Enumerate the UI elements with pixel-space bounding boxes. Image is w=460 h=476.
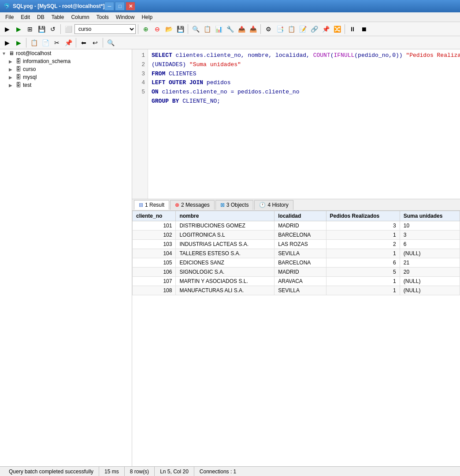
tb-tb2[interactable]: 📊 [213,24,224,34]
menu-file[interactable]: File [2,13,17,21]
execute-green-button[interactable]: ▶ [13,24,24,34]
table-row[interactable]: 102LOGITRONICA S.LBARCELONA13 [133,231,460,240]
table-row[interactable]: 105EDICIONES SANZBARCELONA621 [133,258,460,268]
tb-btn-5[interactable]: ↺ [48,24,58,34]
tb2-btn9[interactable]: 🔍 [105,37,116,48]
tb2-btn8[interactable]: ↩ [90,37,100,48]
close-button[interactable]: ✕ [126,2,135,11]
tab-history[interactable]: 🕐 4 History [254,200,293,210]
table-cell: EDICIONES SANZ [176,258,275,268]
results-table: cliente_no nombre localidad Pedidos Real… [132,211,460,295]
tb-tb8[interactable]: 📋 [286,24,297,34]
root-expand-icon: ▼ [2,51,9,56]
table-row[interactable]: 106SIGNOLOGIC S.A.MADRID520 [133,268,460,277]
tb2-btn7[interactable]: ⬅ [78,37,89,48]
table-cell: 21 [400,258,460,268]
tab-objects[interactable]: ⊠ 3 Objects [215,200,254,210]
table-cell: 1 [326,277,400,286]
tb-tb9[interactable]: 📝 [297,24,308,34]
tb2-btn2[interactable]: ▶ [13,37,24,48]
sep8 [103,38,103,48]
toolbar1: ▶ ▶ ⊞ 💾 ↺ ⬜ curso information_schema mys… [0,22,460,36]
menu-table[interactable]: Table [48,13,68,21]
execute-button[interactable]: ▶ [2,24,12,34]
tb2-btn5[interactable]: ✂ [52,37,62,48]
db-icon: 🗄 [16,58,21,64]
table-cell: BARCELONA [275,258,326,268]
table-row[interactable]: 104TALLERES ESTESO S.A.SEVILLA1(NULL) [133,249,460,258]
tb-new[interactable]: ⊕ [141,24,151,34]
table-cell: ARAVACA [275,277,326,286]
menu-column[interactable]: Column [67,13,93,21]
tb-tb12[interactable]: 🔀 [332,24,342,34]
sidebar-item-information-schema[interactable]: ▶ 🗄 information_schema [0,57,132,65]
table-cell: TALLERES ESTESO S.A. [176,249,275,258]
tb-tb10[interactable]: 🔗 [309,24,319,34]
tb2-btn3[interactable]: 📋 [29,37,39,48]
sidebar-root[interactable]: ▼ 🖥 root@localhost [0,49,132,57]
tb-btn-4[interactable]: 💾 [36,24,47,34]
sep6 [26,38,26,48]
tab-messages[interactable]: ⊗ 2 Messages [170,200,215,210]
menu-window[interactable]: Window [112,13,138,21]
db-icon: 🗄 [16,74,21,80]
tb-search[interactable]: 🔍 [190,24,201,34]
result-tabs: ⊞ 1 Result ⊗ 2 Messages ⊠ 3 Objects 🕐 4 … [132,199,460,211]
tb-del[interactable]: ⊖ [152,24,163,34]
table-row[interactable]: 107MARTIN Y ASOCIADOS S.L.ARAVACA1(NULL) [133,277,460,286]
tb-tb5[interactable]: 📥 [248,24,258,34]
tb-btn-6[interactable]: ⬜ [63,24,74,34]
tb-tb14[interactable]: ⏹ [359,24,369,34]
tb-tb4[interactable]: 📤 [236,24,247,34]
table-row[interactable]: 101DISTRIBUCIONES GOMEZMADRID310 [133,221,460,231]
results-panel[interactable]: cliente_no nombre localidad Pedidos Real… [132,211,460,466]
sidebar-root-label: root@localhost [16,50,51,56]
tb-tb13[interactable]: ⏸ [347,24,358,34]
table-cell: 104 [133,249,176,258]
sep3 [188,24,188,34]
tb-open[interactable]: 📂 [163,24,174,34]
tb-btn-3[interactable]: ⊞ [25,24,35,34]
table-row[interactable]: 103INDUSTRIAS LACTEAS S.A.LAS ROZAS26 [133,240,460,249]
maximize-button[interactable]: □ [115,2,125,11]
status-message-text: Query batch completed successfully [9,469,93,475]
table-cell: 1 [326,286,400,295]
col-header-suma: Suma unidades [400,211,460,221]
tb2-btn6[interactable]: 📌 [63,37,74,48]
status-position: Ln 5, Col 20 [155,467,194,476]
menu-edit[interactable]: Edit [17,13,33,21]
tb2-btn4[interactable]: 📄 [40,37,51,48]
tb-tb1[interactable]: 📋 [202,24,212,34]
sep1 [60,24,61,34]
table-row[interactable]: 108MANUFACTURAS ALI S.A.SEVILLA1(NULL) [133,286,460,295]
table-cell: MARTIN Y ASOCIADOS S.L. [176,277,275,286]
menu-help[interactable]: Help [138,13,156,21]
sql-code[interactable]: SELECT clientes.cliente_no, nombre, loca… [148,49,460,199]
minimize-button[interactable]: ─ [104,2,114,11]
tab-result[interactable]: ⊞ 1 Result [134,200,169,210]
table-cell: SEVILLA [275,249,326,258]
status-connections-text: Connections : 1 [200,469,236,475]
menu-db[interactable]: DB [33,13,48,21]
tb-tb3[interactable]: 🔧 [225,24,235,34]
sidebar-item-curso[interactable]: ▶ 🗄 curso [0,65,132,73]
table-cell: 108 [133,286,176,295]
tb-tb11[interactable]: 📌 [320,24,331,34]
tb-tb7[interactable]: 📑 [275,24,285,34]
menu-tools[interactable]: Tools [93,13,112,21]
col-header-cliente-no: cliente_no [133,211,176,221]
db-selector[interactable]: curso information_schema mysql test [74,24,136,34]
tb-tb6[interactable]: ⚙ [263,24,274,34]
tb2-btn1[interactable]: ▶ [2,37,12,48]
history-tab-icon: 🕐 [259,202,266,208]
sidebar-label-curso: curso [23,66,36,72]
table-cell: 101 [133,221,176,231]
sidebar-item-mysql[interactable]: ▶ 🗄 mysql [0,73,132,81]
table-cell: 3 [400,231,460,240]
sql-editor[interactable]: 1 2 3 4 5 SELECT clientes.cliente_no, no… [132,49,460,199]
table-cell: 2 [326,240,400,249]
table-cell: MADRID [275,221,326,231]
sidebar-item-test[interactable]: ▶ 🗄 test [0,81,132,89]
status-position-text: Ln 5, Col 20 [160,469,189,475]
tb-save[interactable]: 💾 [175,24,185,34]
